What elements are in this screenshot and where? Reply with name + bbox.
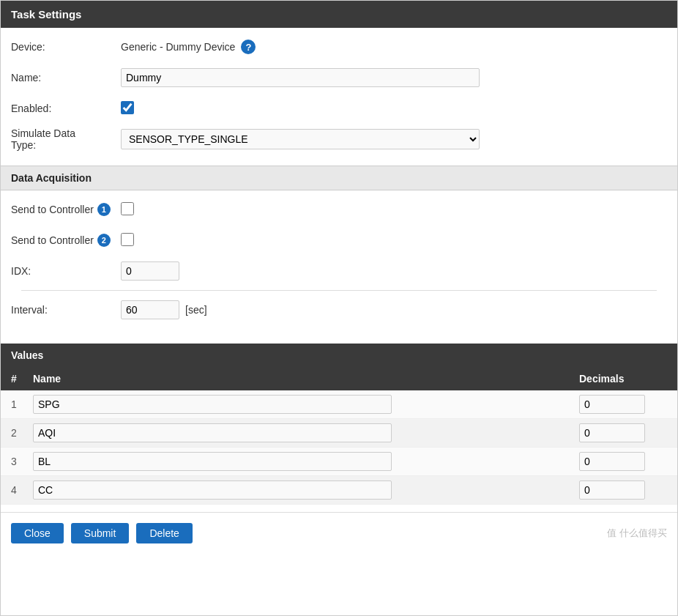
send-controller-1-label-text: Send to Controller <box>11 204 94 215</box>
data-acquisition-section: Send to Controller 1 Send to Controller … <box>1 190 677 336</box>
device-section: Device: Generic - Dummy Device ? Name: E… <box>1 28 677 166</box>
row-decimals-cell <box>579 480 667 500</box>
help-icon[interactable]: ? <box>241 40 256 54</box>
name-value <box>121 68 667 87</box>
row-decimals-cell <box>579 395 667 414</box>
row-name-cell <box>33 423 579 442</box>
row-name-cell <box>33 452 579 471</box>
col-decimals: Decimals <box>579 373 667 385</box>
values-table-header: # Name Decimals <box>1 367 677 390</box>
row-name-input[interactable] <box>33 423 392 442</box>
footer-buttons: Close Submit Delete 值 什么值得买 <box>1 512 677 554</box>
controller-1-badge: 1 <box>97 203 111 216</box>
divider-1 <box>21 290 657 291</box>
idx-label: IDX: <box>11 265 121 277</box>
enabled-row: Enabled: <box>11 97 667 120</box>
col-name: Name <box>33 373 579 385</box>
row-decimals-input[interactable] <box>579 480 645 500</box>
send-controller-2-checkbox[interactable] <box>121 233 134 246</box>
simulate-data-type-select[interactable]: SENSOR_TYPE_SINGLE SENSOR_TYPE_DUAL SENS… <box>121 129 480 149</box>
submit-button[interactable]: Submit <box>71 523 130 543</box>
row-num: 3 <box>11 456 33 467</box>
row-name-input[interactable] <box>33 480 392 500</box>
send-controller-2-row: Send to Controller 2 <box>11 229 667 252</box>
simulate-data-type-row: Simulate Data Type: SENSOR_TYPE_SINGLE S… <box>11 127 667 151</box>
watermark: 值 什么值得买 <box>607 527 667 540</box>
content-area: Device: Generic - Dummy Device ? Name: E… <box>1 28 677 554</box>
values-rows-container: 1 2 3 4 <box>1 390 677 505</box>
interval-value: [sec] <box>121 300 667 319</box>
send-controller-2-value <box>121 233 667 248</box>
send-controller-2-label-text: Send to Controller <box>11 234 94 246</box>
values-section-label: Values <box>1 344 677 367</box>
idx-value <box>121 261 667 281</box>
enabled-value <box>121 101 667 116</box>
title-bar: Task Settings <box>1 1 677 28</box>
interval-label: Interval: <box>11 304 121 316</box>
enabled-checkbox[interactable] <box>121 101 134 114</box>
send-controller-2-label-area: Send to Controller 2 <box>11 234 121 247</box>
title-bar-label: Task Settings <box>11 8 81 21</box>
row-decimals-cell <box>579 423 667 442</box>
table-row: 3 <box>1 448 677 476</box>
row-name-cell <box>33 480 579 500</box>
idx-input[interactable] <box>121 261 179 281</box>
table-row: 4 <box>1 476 677 505</box>
device-value: Generic - Dummy Device ? <box>121 40 667 54</box>
values-section: Values # Name Decimals 1 2 <box>1 344 677 505</box>
send-controller-1-label-area: Send to Controller 1 <box>11 203 121 216</box>
row-num: 4 <box>11 484 33 496</box>
device-label: Device: <box>11 41 121 53</box>
interval-unit: [sec] <box>185 304 207 316</box>
table-row: 1 <box>1 390 677 419</box>
row-decimals-cell <box>579 452 667 471</box>
interval-row: Interval: [sec] <box>11 298 667 322</box>
simulate-data-type-value: SENSOR_TYPE_SINGLE SENSOR_TYPE_DUAL SENS… <box>121 129 667 149</box>
row-decimals-input[interactable] <box>579 452 645 471</box>
interval-input[interactable] <box>121 300 179 319</box>
idx-row: IDX: <box>11 259 667 283</box>
row-decimals-input[interactable] <box>579 395 645 414</box>
name-row: Name: <box>11 66 667 89</box>
send-controller-1-value <box>121 202 667 218</box>
row-num: 1 <box>11 398 33 410</box>
task-settings-window: Task Settings Device: Generic - Dummy De… <box>0 0 678 616</box>
row-name-cell <box>33 395 579 414</box>
device-row: Device: Generic - Dummy Device ? <box>11 35 667 59</box>
send-controller-1-row: Send to Controller 1 <box>11 198 667 221</box>
close-button[interactable]: Close <box>11 523 64 543</box>
row-name-input[interactable] <box>33 395 392 414</box>
delete-button[interactable]: Delete <box>136 523 192 543</box>
row-num: 2 <box>11 427 33 439</box>
enabled-label: Enabled: <box>11 103 121 114</box>
simulate-data-type-label: Simulate Data Type: <box>11 127 121 151</box>
device-name-text: Generic - Dummy Device <box>121 41 235 53</box>
name-input[interactable] <box>121 68 480 87</box>
controller-2-badge: 2 <box>97 234 111 247</box>
send-controller-1-checkbox[interactable] <box>121 202 134 215</box>
table-row: 2 <box>1 419 677 448</box>
row-decimals-input[interactable] <box>579 423 645 442</box>
row-name-input[interactable] <box>33 452 392 471</box>
name-label: Name: <box>11 72 121 84</box>
data-acquisition-header: Data Acquisition <box>1 166 677 190</box>
col-num: # <box>11 373 33 385</box>
